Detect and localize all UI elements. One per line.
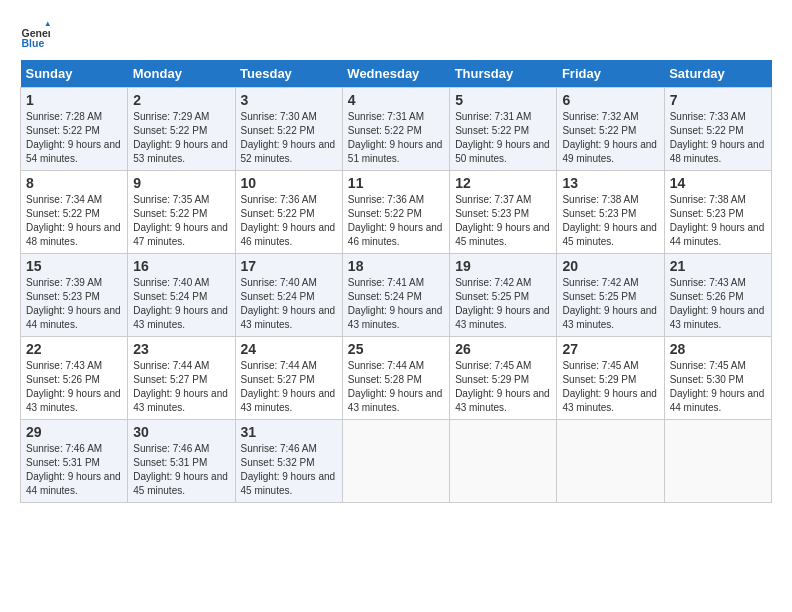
day-number: 1 [26,92,122,108]
day-info: Sunrise: 7:43 AMSunset: 5:26 PMDaylight:… [26,359,122,415]
week-row-3: 15Sunrise: 7:39 AMSunset: 5:23 PMDayligh… [21,254,772,337]
day-info: Sunrise: 7:29 AMSunset: 5:22 PMDaylight:… [133,110,229,166]
day-cell: 23Sunrise: 7:44 AMSunset: 5:27 PMDayligh… [128,337,235,420]
day-number: 31 [241,424,337,440]
header-thursday: Thursday [450,60,557,88]
day-number: 28 [670,341,766,357]
svg-marker-2 [46,22,51,27]
header-tuesday: Tuesday [235,60,342,88]
day-cell: 17Sunrise: 7:40 AMSunset: 5:24 PMDayligh… [235,254,342,337]
header-sunday: Sunday [21,60,128,88]
day-info: Sunrise: 7:39 AMSunset: 5:23 PMDaylight:… [26,276,122,332]
day-cell: 11Sunrise: 7:36 AMSunset: 5:22 PMDayligh… [342,171,449,254]
day-info: Sunrise: 7:40 AMSunset: 5:24 PMDaylight:… [133,276,229,332]
week-row-5: 29Sunrise: 7:46 AMSunset: 5:31 PMDayligh… [21,420,772,503]
day-info: Sunrise: 7:30 AMSunset: 5:22 PMDaylight:… [241,110,337,166]
day-info: Sunrise: 7:44 AMSunset: 5:27 PMDaylight:… [241,359,337,415]
day-cell: 27Sunrise: 7:45 AMSunset: 5:29 PMDayligh… [557,337,664,420]
page-header: General Blue [20,20,772,50]
day-cell: 31Sunrise: 7:46 AMSunset: 5:32 PMDayligh… [235,420,342,503]
day-cell: 18Sunrise: 7:41 AMSunset: 5:24 PMDayligh… [342,254,449,337]
day-number: 9 [133,175,229,191]
day-number: 3 [241,92,337,108]
day-number: 21 [670,258,766,274]
day-info: Sunrise: 7:45 AMSunset: 5:29 PMDaylight:… [562,359,658,415]
day-number: 10 [241,175,337,191]
week-row-2: 8Sunrise: 7:34 AMSunset: 5:22 PMDaylight… [21,171,772,254]
day-number: 12 [455,175,551,191]
day-cell: 15Sunrise: 7:39 AMSunset: 5:23 PMDayligh… [21,254,128,337]
header-monday: Monday [128,60,235,88]
day-cell: 7Sunrise: 7:33 AMSunset: 5:22 PMDaylight… [664,88,771,171]
day-info: Sunrise: 7:46 AMSunset: 5:32 PMDaylight:… [241,442,337,498]
day-info: Sunrise: 7:45 AMSunset: 5:29 PMDaylight:… [455,359,551,415]
calendar-table: SundayMondayTuesdayWednesdayThursdayFrid… [20,60,772,503]
header-wednesday: Wednesday [342,60,449,88]
day-number: 6 [562,92,658,108]
day-number: 26 [455,341,551,357]
day-cell [557,420,664,503]
day-info: Sunrise: 7:31 AMSunset: 5:22 PMDaylight:… [455,110,551,166]
day-cell: 28Sunrise: 7:45 AMSunset: 5:30 PMDayligh… [664,337,771,420]
day-info: Sunrise: 7:28 AMSunset: 5:22 PMDaylight:… [26,110,122,166]
day-info: Sunrise: 7:31 AMSunset: 5:22 PMDaylight:… [348,110,444,166]
day-info: Sunrise: 7:41 AMSunset: 5:24 PMDaylight:… [348,276,444,332]
day-number: 23 [133,341,229,357]
day-number: 29 [26,424,122,440]
day-info: Sunrise: 7:36 AMSunset: 5:22 PMDaylight:… [241,193,337,249]
header-friday: Friday [557,60,664,88]
day-cell [450,420,557,503]
day-cell: 14Sunrise: 7:38 AMSunset: 5:23 PMDayligh… [664,171,771,254]
day-number: 8 [26,175,122,191]
day-number: 30 [133,424,229,440]
header-saturday: Saturday [664,60,771,88]
day-number: 20 [562,258,658,274]
day-cell: 13Sunrise: 7:38 AMSunset: 5:23 PMDayligh… [557,171,664,254]
day-number: 4 [348,92,444,108]
day-number: 7 [670,92,766,108]
day-info: Sunrise: 7:36 AMSunset: 5:22 PMDaylight:… [348,193,444,249]
day-number: 25 [348,341,444,357]
day-number: 16 [133,258,229,274]
day-info: Sunrise: 7:46 AMSunset: 5:31 PMDaylight:… [133,442,229,498]
day-info: Sunrise: 7:32 AMSunset: 5:22 PMDaylight:… [562,110,658,166]
day-cell: 6Sunrise: 7:32 AMSunset: 5:22 PMDaylight… [557,88,664,171]
day-cell: 21Sunrise: 7:43 AMSunset: 5:26 PMDayligh… [664,254,771,337]
svg-text:Blue: Blue [22,37,45,49]
week-row-1: 1Sunrise: 7:28 AMSunset: 5:22 PMDaylight… [21,88,772,171]
day-number: 15 [26,258,122,274]
day-info: Sunrise: 7:43 AMSunset: 5:26 PMDaylight:… [670,276,766,332]
day-number: 2 [133,92,229,108]
day-info: Sunrise: 7:35 AMSunset: 5:22 PMDaylight:… [133,193,229,249]
day-info: Sunrise: 7:34 AMSunset: 5:22 PMDaylight:… [26,193,122,249]
day-info: Sunrise: 7:46 AMSunset: 5:31 PMDaylight:… [26,442,122,498]
day-cell: 9Sunrise: 7:35 AMSunset: 5:22 PMDaylight… [128,171,235,254]
day-number: 27 [562,341,658,357]
day-cell: 12Sunrise: 7:37 AMSunset: 5:23 PMDayligh… [450,171,557,254]
day-number: 22 [26,341,122,357]
calendar-body: 1Sunrise: 7:28 AMSunset: 5:22 PMDaylight… [21,88,772,503]
day-info: Sunrise: 7:44 AMSunset: 5:27 PMDaylight:… [133,359,229,415]
day-number: 14 [670,175,766,191]
day-info: Sunrise: 7:44 AMSunset: 5:28 PMDaylight:… [348,359,444,415]
day-info: Sunrise: 7:33 AMSunset: 5:22 PMDaylight:… [670,110,766,166]
day-info: Sunrise: 7:37 AMSunset: 5:23 PMDaylight:… [455,193,551,249]
day-cell: 10Sunrise: 7:36 AMSunset: 5:22 PMDayligh… [235,171,342,254]
logo-icon: General Blue [20,20,50,50]
day-number: 11 [348,175,444,191]
day-info: Sunrise: 7:45 AMSunset: 5:30 PMDaylight:… [670,359,766,415]
day-info: Sunrise: 7:42 AMSunset: 5:25 PMDaylight:… [562,276,658,332]
day-cell: 19Sunrise: 7:42 AMSunset: 5:25 PMDayligh… [450,254,557,337]
day-cell: 22Sunrise: 7:43 AMSunset: 5:26 PMDayligh… [21,337,128,420]
day-cell: 16Sunrise: 7:40 AMSunset: 5:24 PMDayligh… [128,254,235,337]
day-info: Sunrise: 7:38 AMSunset: 5:23 PMDaylight:… [562,193,658,249]
day-number: 24 [241,341,337,357]
day-cell: 8Sunrise: 7:34 AMSunset: 5:22 PMDaylight… [21,171,128,254]
day-cell: 30Sunrise: 7:46 AMSunset: 5:31 PMDayligh… [128,420,235,503]
header-row: SundayMondayTuesdayWednesdayThursdayFrid… [21,60,772,88]
day-cell: 26Sunrise: 7:45 AMSunset: 5:29 PMDayligh… [450,337,557,420]
day-number: 17 [241,258,337,274]
week-row-4: 22Sunrise: 7:43 AMSunset: 5:26 PMDayligh… [21,337,772,420]
day-cell: 25Sunrise: 7:44 AMSunset: 5:28 PMDayligh… [342,337,449,420]
day-cell: 29Sunrise: 7:46 AMSunset: 5:31 PMDayligh… [21,420,128,503]
